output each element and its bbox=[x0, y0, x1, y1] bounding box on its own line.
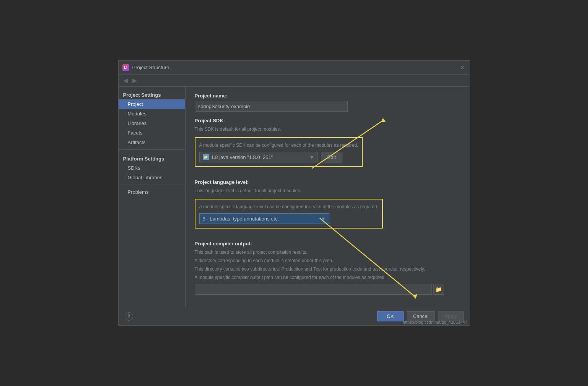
sidebar-divider-2 bbox=[119, 185, 185, 185]
sidebar-item-modules[interactable]: Modules bbox=[119, 109, 185, 118]
compiler-output-label: Project compiler output: bbox=[195, 241, 461, 247]
sdk-desc1: This SDK is default for all project modu… bbox=[195, 126, 461, 133]
sidebar: Project Settings Project Modules Librari… bbox=[119, 87, 186, 307]
sidebar-divider bbox=[119, 149, 185, 150]
back-button[interactable]: ◀ bbox=[122, 76, 129, 85]
content-area: Project Settings Project Modules Librari… bbox=[119, 87, 470, 307]
sidebar-item-libraries[interactable]: Libraries bbox=[119, 118, 185, 128]
sdk-value: 1.8 java version "1.8.0_251" bbox=[211, 154, 273, 160]
footer-left: ? bbox=[125, 312, 374, 321]
lang-dropdown-wrapper: 8 - Lambdas, type annotations etc. ▼ bbox=[199, 213, 378, 224]
close-button[interactable]: × bbox=[459, 64, 466, 71]
compiler-desc1: This path is used to store all project c… bbox=[195, 249, 461, 256]
sidebar-item-global-libraries[interactable]: Global Libraries bbox=[119, 173, 185, 182]
sdk-dropdown-arrow: ▼ bbox=[309, 154, 314, 160]
compiler-desc2: A directory corresponding to each module… bbox=[195, 257, 461, 264]
title-bar-left: IJ Project Structure bbox=[122, 64, 169, 71]
sdk-box: A module specific SDK can be configured … bbox=[195, 137, 363, 167]
watermark: https://blog.csdn.net/qq_41853447 bbox=[403, 320, 467, 324]
sidebar-item-sdks[interactable]: SDKs bbox=[119, 163, 185, 173]
app-icon: IJ bbox=[122, 64, 129, 71]
dialog-title: Project Structure bbox=[132, 65, 169, 70]
platform-settings-label: Platform Settings bbox=[119, 152, 185, 163]
sdk-folder-icon: 📁 bbox=[203, 154, 209, 160]
title-bar: IJ Project Structure × bbox=[119, 61, 470, 75]
compiler-folder-button[interactable]: 📁 bbox=[433, 284, 444, 295]
project-name-input[interactable] bbox=[195, 101, 348, 112]
lang-dropdown-arrow: ▼ bbox=[321, 216, 326, 222]
project-lang-section: Project language level: This language le… bbox=[195, 179, 461, 235]
project-sdk-section: Project SDK: This SDK is default for all… bbox=[195, 118, 461, 173]
main-content: Project name: Project SDK: This SDK is d… bbox=[186, 87, 470, 307]
svg-marker-3 bbox=[412, 294, 417, 299]
help-button[interactable]: ? bbox=[125, 312, 133, 321]
project-structure-dialog: IJ Project Structure × ◀ ▶ Project Setti… bbox=[118, 60, 470, 326]
sdk-desc2: A module specific SDK can be configured … bbox=[199, 142, 358, 149]
project-lang-label: Project language level: bbox=[195, 179, 461, 185]
ok-button[interactable]: OK bbox=[377, 311, 404, 321]
lang-box: A module specific language level can be … bbox=[195, 199, 383, 229]
compiler-output-input[interactable] bbox=[195, 284, 432, 295]
lang-dropdown[interactable]: 8 - Lambdas, type annotations etc. ▼ bbox=[199, 213, 329, 224]
sidebar-item-problems[interactable]: Problems bbox=[119, 187, 185, 197]
project-name-section: Project name: bbox=[195, 93, 461, 112]
project-name-label: Project name: bbox=[195, 93, 461, 99]
lang-desc1: This language level is default for all p… bbox=[195, 187, 461, 194]
nav-bar: ◀ ▶ bbox=[119, 75, 470, 87]
compiler-desc3: This directory contains two subdirectori… bbox=[195, 266, 461, 272]
sidebar-item-artifacts[interactable]: Artifacts bbox=[119, 138, 185, 147]
sdk-edit-button[interactable]: Edit bbox=[321, 152, 342, 162]
sidebar-item-project[interactable]: Project bbox=[119, 99, 185, 109]
sdk-row: 📁 1.8 java version "1.8.0_251" ▼ Edit bbox=[199, 152, 358, 162]
sdk-dropdown-inner: 📁 1.8 java version "1.8.0_251" bbox=[203, 154, 273, 160]
project-sdk-label: Project SDK: bbox=[195, 118, 461, 123]
compiler-desc4: A module specific compiler output path c… bbox=[195, 274, 461, 281]
lang-desc2: A module specific language level can be … bbox=[199, 203, 378, 210]
project-settings-label: Project Settings bbox=[119, 90, 185, 99]
compiler-output-section: Project compiler output: This path is us… bbox=[195, 241, 461, 295]
sidebar-item-facets[interactable]: Facets bbox=[119, 128, 185, 138]
forward-button[interactable]: ▶ bbox=[131, 76, 138, 85]
compiler-output-row: 📁 bbox=[195, 284, 461, 295]
sdk-dropdown[interactable]: 📁 1.8 java version "1.8.0_251" ▼ bbox=[199, 152, 318, 162]
lang-value: 8 - Lambdas, type annotations etc. bbox=[203, 216, 279, 222]
